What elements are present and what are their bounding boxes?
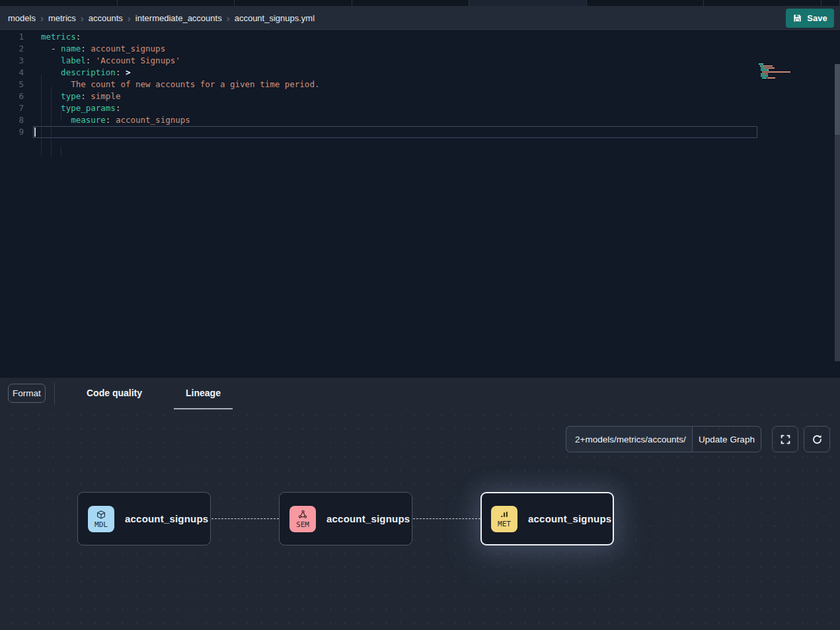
indent-guide <box>61 110 61 121</box>
code-line[interactable]: 2 - name: account_signups <box>0 43 840 55</box>
code-token: description <box>61 67 116 77</box>
code-token: type <box>61 91 81 101</box>
lineage-edge <box>211 518 279 519</box>
node-type-badge: SEM <box>289 506 316 532</box>
code-token: name <box>61 44 81 53</box>
code-token: : <box>116 103 121 113</box>
fullscreen-button[interactable] <box>772 426 798 452</box>
indent-guide <box>51 87 52 157</box>
minimap-line <box>759 67 833 69</box>
minimap-line <box>759 79 833 81</box>
code-token: type_params <box>61 103 116 113</box>
code-token <box>41 67 61 77</box>
node-type-label: MET <box>498 520 511 528</box>
code-text: The count of new accounts for a given ti… <box>41 79 319 90</box>
current-line-highlight <box>33 126 757 138</box>
minimap-mark <box>761 69 767 71</box>
code-text: type: simple <box>41 90 120 102</box>
window-tab[interactable] <box>704 0 821 6</box>
minimap-mark <box>761 75 767 77</box>
tab-code-quality[interactable]: Code quality <box>75 378 154 410</box>
breadcrumb-item[interactable]: account_signups.yml <box>232 13 317 23</box>
code-line[interactable]: 6 type: simple <box>0 90 840 102</box>
code-token: metrics <box>41 32 76 42</box>
panel-divider <box>54 382 55 405</box>
code-text: description: > <box>41 67 131 79</box>
code-token: : <box>76 32 81 42</box>
code-line[interactable]: 1metrics: <box>0 31 840 43</box>
window-tab[interactable] <box>235 0 352 6</box>
line-number: 4 <box>0 67 24 79</box>
window-tab[interactable] <box>118 0 235 6</box>
code-text: measure: account_signups <box>41 114 190 126</box>
minimap-line <box>759 75 833 77</box>
bottom-panel: Format Code qualityLineage Update Graph … <box>0 378 840 630</box>
lineage-node-mdl[interactable]: MDLaccount_signups <box>77 492 211 545</box>
breadcrumb-item[interactable]: models <box>5 13 38 23</box>
code-line[interactable]: 9 <box>0 126 840 138</box>
window-tab[interactable] <box>587 0 704 6</box>
window-tab[interactable] <box>821 0 840 6</box>
window-tab[interactable] <box>469 0 587 6</box>
lineage-edge <box>413 518 480 519</box>
code-token: measure <box>71 115 106 125</box>
lineage-node-met[interactable]: METaccount_signups <box>480 492 614 545</box>
save-icon <box>792 13 802 23</box>
code-token: : <box>81 91 86 101</box>
code-token: : <box>81 44 86 53</box>
code-text: type_params: <box>41 102 120 114</box>
format-button[interactable]: Format <box>8 384 46 403</box>
line-number: 1 <box>0 31 24 43</box>
fullscreen-icon <box>780 434 791 445</box>
minimap-mark <box>762 71 790 73</box>
refresh-button[interactable] <box>804 426 830 452</box>
breadcrumb-item[interactable]: metrics <box>46 13 79 23</box>
breadcrumb-bar: models›metrics›accounts›intermediate_acc… <box>0 6 840 31</box>
window-tab[interactable] <box>352 0 469 6</box>
line-number: 5 <box>0 79 24 90</box>
node-type-label: MDL <box>95 521 108 528</box>
cube-icon <box>96 510 106 520</box>
minimap-mark <box>767 75 768 77</box>
minimap[interactable] <box>759 63 833 81</box>
save-button[interactable]: Save <box>786 9 834 28</box>
refresh-icon <box>812 434 823 445</box>
minimap-mark <box>764 65 773 67</box>
code-token <box>41 55 61 65</box>
code-line[interactable]: 8 measure: account_signups <box>0 114 840 126</box>
line-number: 9 <box>0 126 24 138</box>
graph-selector-input[interactable] <box>566 426 692 452</box>
code-editor[interactable]: 1metrics:2 - name: account_signups3 labe… <box>0 31 840 378</box>
minimap-line <box>759 73 833 75</box>
node-type-label: SEM <box>296 521 309 528</box>
panel-tab-bar: Code qualityLineage <box>65 378 243 410</box>
editor-scrollbar-thumb[interactable] <box>835 64 840 135</box>
node-type-badge: MET <box>491 506 517 532</box>
update-graph-button[interactable]: Update Graph <box>692 426 761 452</box>
code-token: The count of new accounts for a given ti… <box>41 79 319 89</box>
line-number: 2 <box>0 43 24 55</box>
tab-lineage[interactable]: Lineage <box>174 378 233 410</box>
code-line[interactable]: 7 type_params: <box>0 102 840 114</box>
code-token: > <box>120 67 130 77</box>
code-token: - <box>41 44 61 53</box>
minimap-line <box>759 69 833 71</box>
line-number: 3 <box>0 55 24 67</box>
indent-guide <box>41 75 42 157</box>
code-line[interactable]: 5 The count of new accounts for a given … <box>0 79 840 90</box>
code-text: - name: account_signups <box>41 43 165 55</box>
breadcrumb-item[interactable]: accounts <box>86 13 126 23</box>
minimap-line <box>759 77 833 79</box>
lineage-node-sem[interactable]: SEMaccount_signups <box>279 492 412 545</box>
breadcrumb-item[interactable]: intermediate_accounts <box>133 13 225 23</box>
bar-chart-icon <box>500 510 510 519</box>
code-line[interactable]: 3 label: 'Account Signups' <box>0 55 840 67</box>
minimap-mark <box>767 77 776 79</box>
code-text: label: 'Account Signups' <box>41 55 180 67</box>
window-tab[interactable] <box>0 0 118 6</box>
line-number: 8 <box>0 114 24 126</box>
window-tab-bar <box>0 0 840 6</box>
minimap-mark <box>765 67 774 69</box>
code-line[interactable]: 4 description: > <box>0 67 840 79</box>
code-token <box>41 115 71 125</box>
